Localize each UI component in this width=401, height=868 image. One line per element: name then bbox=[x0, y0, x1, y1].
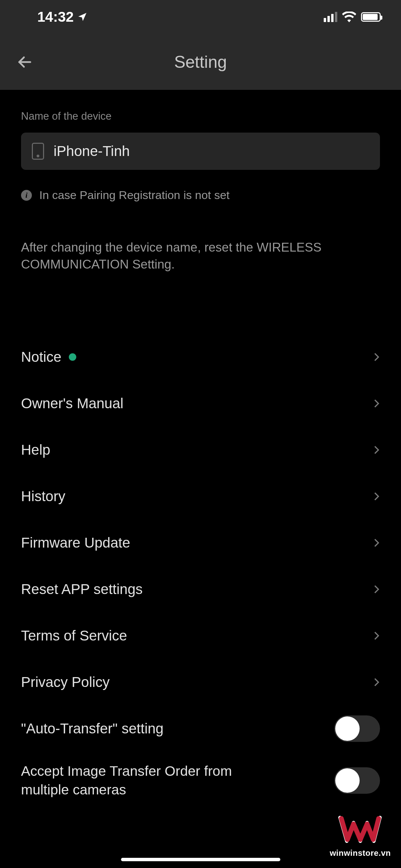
content: Name of the device iPhone-Tinh i In case… bbox=[0, 90, 401, 809]
firmware-update-label: Firmware Update bbox=[21, 535, 130, 551]
terms-label: Terms of Service bbox=[21, 628, 127, 644]
accept-multi-label: Accept Image Transfer Order from multipl… bbox=[21, 762, 252, 800]
page-title: Setting bbox=[174, 52, 227, 72]
info-icon: i bbox=[21, 190, 32, 201]
auto-transfer-label: "Auto-Transfer" setting bbox=[21, 721, 163, 737]
device-name-input[interactable]: iPhone-Tinh bbox=[21, 133, 380, 170]
row-terms[interactable]: Terms of Service bbox=[21, 613, 380, 659]
privacy-label: Privacy Policy bbox=[21, 674, 109, 690]
chevron-right-icon bbox=[373, 585, 380, 594]
row-auto-transfer: "Auto-Transfer" setting bbox=[21, 706, 380, 752]
header-bar: Setting bbox=[0, 34, 401, 90]
watermark: winwinstore.vn bbox=[330, 812, 391, 858]
row-help[interactable]: Help bbox=[21, 427, 380, 473]
device-name-value: iPhone-Tinh bbox=[54, 143, 130, 159]
wifi-icon bbox=[342, 12, 356, 22]
reset-app-label: Reset APP settings bbox=[21, 581, 143, 597]
pairing-info-row: i In case Pairing Registration is not se… bbox=[21, 189, 380, 202]
status-icons bbox=[324, 12, 381, 22]
phone-icon bbox=[32, 143, 44, 160]
history-label: History bbox=[21, 488, 65, 505]
notice-dot-icon bbox=[69, 353, 76, 361]
chevron-right-icon bbox=[373, 399, 380, 408]
watermark-text: winwinstore.vn bbox=[330, 848, 391, 858]
row-accept-multi: Accept Image Transfer Order from multipl… bbox=[21, 752, 380, 809]
chevron-right-icon bbox=[373, 677, 380, 687]
chevron-right-icon bbox=[373, 445, 380, 455]
location-icon bbox=[77, 12, 88, 22]
row-reset-app[interactable]: Reset APP settings bbox=[21, 566, 380, 613]
status-bar: 14:32 bbox=[0, 0, 401, 34]
accept-multi-toggle[interactable] bbox=[334, 767, 380, 794]
back-button[interactable] bbox=[15, 53, 34, 72]
home-indicator[interactable] bbox=[121, 858, 280, 861]
row-notice[interactable]: Notice bbox=[21, 334, 380, 380]
watermark-logo-icon bbox=[337, 812, 384, 846]
settings-menu: Notice Owner's Manual Help History Firmw… bbox=[21, 334, 380, 809]
help-label: Help bbox=[21, 442, 50, 458]
chevron-right-icon bbox=[373, 538, 380, 548]
chevron-right-icon bbox=[373, 631, 380, 640]
row-privacy[interactable]: Privacy Policy bbox=[21, 659, 380, 706]
chevron-right-icon bbox=[373, 492, 380, 501]
notice-label: Notice bbox=[21, 349, 61, 365]
auto-transfer-toggle[interactable] bbox=[334, 715, 380, 742]
row-firmware-update[interactable]: Firmware Update bbox=[21, 520, 380, 566]
chevron-right-icon bbox=[373, 352, 380, 362]
owners-manual-label: Owner's Manual bbox=[21, 395, 123, 412]
reset-note: After changing the device name, reset th… bbox=[21, 239, 380, 273]
pairing-info-text: In case Pairing Registration is not set bbox=[39, 189, 229, 202]
time-text: 14:32 bbox=[37, 9, 74, 25]
battery-icon bbox=[361, 12, 381, 22]
row-owners-manual[interactable]: Owner's Manual bbox=[21, 380, 380, 427]
status-time: 14:32 bbox=[37, 9, 88, 25]
cellular-icon bbox=[324, 12, 337, 22]
device-name-label: Name of the device bbox=[21, 110, 380, 122]
row-history[interactable]: History bbox=[21, 473, 380, 520]
